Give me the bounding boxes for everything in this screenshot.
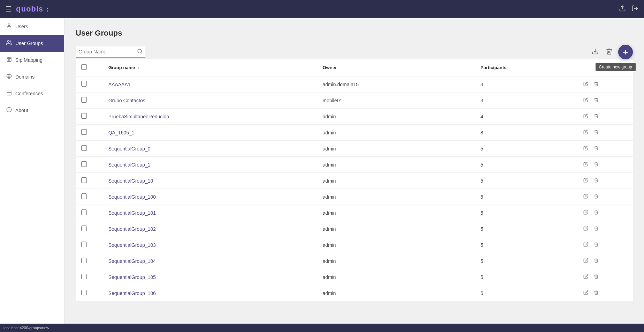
sidebar-item-domains[interactable]: Domains	[0, 68, 64, 85]
row-checkbox[interactable]	[81, 258, 87, 263]
row-actions	[582, 129, 627, 136]
edit-row-button[interactable]	[582, 257, 590, 265]
search-input[interactable]	[78, 49, 135, 54]
delete-row-button[interactable]	[592, 113, 600, 120]
sidebar-item-user-groups[interactable]: User Groups	[0, 35, 64, 52]
row-checkbox[interactable]	[81, 145, 87, 151]
edit-row-button[interactable]	[582, 209, 590, 216]
sidebar-item-users[interactable]: Users	[0, 18, 64, 35]
row-checkbox[interactable]	[81, 274, 87, 279]
row-group-name: SequentialGroup_102	[103, 221, 317, 237]
topbar-actions	[619, 5, 638, 14]
delete-row-button[interactable]	[592, 273, 600, 281]
delete-row-button[interactable]	[592, 145, 600, 152]
export-icon-btn[interactable]	[619, 5, 626, 14]
row-checkbox[interactable]	[81, 226, 87, 231]
row-group-name: SequentialGroup_0	[103, 141, 317, 157]
sip-mapping-icon	[6, 57, 12, 64]
user-icon	[6, 23, 12, 30]
row-owner: admin	[317, 189, 475, 205]
edit-row-button[interactable]	[582, 129, 590, 136]
row-group-name: SequentialGroup_10	[103, 173, 317, 189]
row-checkbox[interactable]	[81, 177, 87, 183]
status-bar: localhost:4200/groups/new	[0, 324, 644, 332]
edit-row-button[interactable]	[582, 97, 590, 104]
sidebar-label-user-groups: User Groups	[15, 40, 43, 46]
download-button[interactable]	[590, 46, 600, 58]
create-group-button[interactable]: +	[618, 45, 633, 59]
row-group-name: SequentialGroup_105	[103, 269, 317, 285]
row-owner: admin.domain15	[317, 76, 475, 93]
row-participants: 5	[475, 237, 576, 253]
edit-row-button[interactable]	[582, 273, 590, 281]
delete-row-button[interactable]	[592, 209, 600, 216]
row-checkbox[interactable]	[81, 290, 87, 295]
edit-row-button[interactable]	[582, 113, 590, 120]
delete-row-button[interactable]	[592, 129, 600, 136]
row-participants: 5	[475, 157, 576, 173]
row-checkbox[interactable]	[81, 242, 87, 247]
row-actions-cell	[576, 221, 633, 237]
row-checkbox[interactable]	[81, 81, 87, 87]
edit-row-button[interactable]	[582, 145, 590, 152]
row-checkbox-cell	[76, 93, 103, 109]
delete-row-button[interactable]	[592, 193, 600, 200]
delete-row-button[interactable]	[592, 225, 600, 233]
delete-row-button[interactable]	[592, 257, 600, 265]
create-tooltip: Create new group	[596, 63, 636, 71]
topbar: ☰ quobis:	[0, 0, 644, 18]
sidebar-item-conferences[interactable]: Conferences	[0, 85, 64, 102]
sidebar-item-sip-mapping[interactable]: Sip Mapping	[0, 52, 64, 68]
delete-row-button[interactable]	[592, 177, 600, 184]
table-row: SequentialGroup_106 admin 5	[76, 285, 633, 301]
row-actions-cell	[576, 189, 633, 205]
row-group-name: PruebaSimultaneoReducido	[103, 109, 317, 125]
row-checkbox-cell	[76, 125, 103, 141]
row-checkbox[interactable]	[81, 209, 87, 215]
main-content: User Groups + Create new group	[65, 18, 644, 332]
edit-row-button[interactable]	[582, 81, 590, 88]
table-row: Grupo Contactos mobile01 3	[76, 93, 633, 109]
row-owner: admin	[317, 141, 475, 157]
row-checkbox[interactable]	[81, 113, 87, 119]
row-group-name: QA_1605_1	[103, 125, 317, 141]
search-icon[interactable]	[137, 49, 143, 55]
row-checkbox[interactable]	[81, 161, 87, 167]
logout-icon-btn[interactable]	[631, 5, 638, 14]
row-checkbox[interactable]	[81, 129, 87, 135]
delete-row-button[interactable]	[592, 97, 600, 104]
table-body: AAAAAA1 admin.domain15 3 Grupo Contactos…	[76, 76, 633, 301]
delete-row-button[interactable]	[592, 161, 600, 168]
svg-line-15	[141, 52, 142, 53]
select-all-checkbox[interactable]	[81, 64, 87, 70]
table-header-row: Group name ↑ Owner Participants	[76, 59, 633, 76]
toolbar-right: + Create new group	[590, 45, 633, 59]
row-checkbox[interactable]	[81, 97, 87, 103]
delete-button[interactable]	[604, 46, 614, 58]
edit-row-button[interactable]	[582, 193, 590, 200]
row-actions	[582, 113, 627, 120]
row-actions-cell	[576, 205, 633, 221]
hamburger-icon[interactable]: ☰	[6, 5, 12, 13]
delete-row-button[interactable]	[592, 241, 600, 249]
sidebar-label-conferences: Conferences	[15, 91, 43, 96]
delete-row-button[interactable]	[592, 289, 600, 297]
row-actions-cell	[576, 76, 633, 93]
row-participants: 5	[475, 269, 576, 285]
edit-row-button[interactable]	[582, 177, 590, 184]
row-checkbox-cell	[76, 157, 103, 173]
delete-row-button[interactable]	[592, 81, 600, 88]
table-row: SequentialGroup_103 admin 5	[76, 237, 633, 253]
row-actions	[582, 161, 627, 168]
edit-row-button[interactable]	[582, 241, 590, 249]
header-group-name[interactable]: Group name ↑	[103, 59, 317, 76]
row-checkbox[interactable]	[81, 193, 87, 199]
toolbar: + Create new group	[76, 45, 633, 59]
row-group-name: SequentialGroup_106	[103, 285, 317, 301]
sidebar-item-about[interactable]: About	[0, 102, 64, 119]
row-actions-cell	[576, 93, 633, 109]
edit-row-button[interactable]	[582, 225, 590, 233]
row-participants: 5	[475, 173, 576, 189]
edit-row-button[interactable]	[582, 161, 590, 168]
edit-row-button[interactable]	[582, 289, 590, 297]
